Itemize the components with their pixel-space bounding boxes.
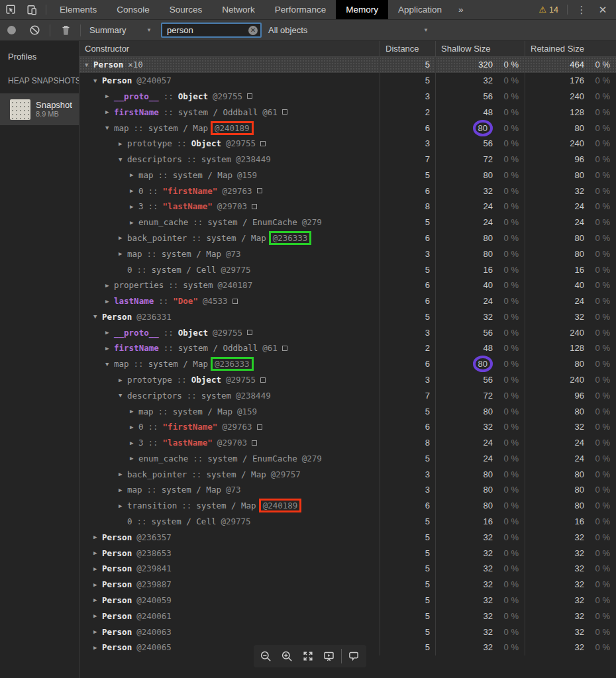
heap-row[interactable]: ▼Person@2400575320 %1760 % [79,73,616,89]
expand-arrow-icon[interactable]: ▼ [93,313,102,320]
comment-icon[interactable] [345,650,362,662]
expand-arrow-icon[interactable]: ▶ [93,597,102,603]
heap-row[interactable]: ▶__proto__::Object@297553560 %2400 % [79,324,616,340]
close-devtools-icon[interactable]: ✕ [592,0,613,19]
heap-row[interactable]: ▶Person@2400595320 %320 % [79,593,616,608]
expand-arrow-icon[interactable]: ▶ [119,487,127,493]
heap-row[interactable]: ▼Person@2363315320 %320 % [79,309,616,325]
heap-row[interactable]: ▶enum_cache::system / EnumCache@2795240 … [79,215,616,230]
warnings-badge[interactable]: ⚠ 14 [533,0,564,19]
expand-arrow-icon[interactable]: ▶ [130,408,138,414]
column-header-retained-size[interactable]: Retained Size [525,41,616,56]
expand-arrow-icon[interactable]: ▶ [130,440,138,446]
heap-row[interactable]: ▶Person@2398415320 %320 % [79,561,616,577]
delete-snapshot-icon[interactable] [61,24,71,36]
heap-row[interactable]: ▶back_pointer::system / Map@297573800 %8… [79,466,616,482]
tab-elements[interactable]: Elements [50,0,107,19]
expand-arrow-icon[interactable]: ▶ [119,377,127,383]
class-filter-input[interactable] [162,25,248,35]
expand-arrow-icon[interactable]: ▶ [105,345,114,352]
expand-arrow-icon[interactable]: ▶ [105,329,114,336]
heap-row[interactable]: ▼map::system / Map@2363336800 %800 % [79,356,616,372]
presentation-icon[interactable] [320,650,337,663]
heap-row[interactable]: ▶Person@2400635320 %320 % [79,624,616,640]
tab-console[interactable]: Console [107,0,160,19]
heap-row[interactable]: ▶3::"lastName"@297038240 %240 % [79,435,616,451]
more-tabs-button[interactable]: » [452,0,470,19]
expand-arrow-icon[interactable]: ▶ [119,140,127,147]
heap-row[interactable]: ▶Person@2386535320 %320 % [79,545,616,561]
tab-performance[interactable]: Performance [265,0,336,19]
heap-row[interactable]: ▼map::system / Map@2401896800 %800 % [79,120,616,136]
expand-arrow-icon[interactable]: ▼ [85,62,93,68]
record-heap-icon[interactable] [7,26,16,34]
expand-arrow-icon[interactable]: ▶ [105,282,114,289]
expand-arrow-icon[interactable]: ▼ [119,392,127,399]
expand-arrow-icon[interactable]: ▼ [119,156,127,163]
expand-arrow-icon[interactable]: ▼ [93,77,102,84]
expand-arrow-icon[interactable]: ▶ [119,250,127,257]
column-header-distance[interactable]: Distance [380,41,436,56]
expand-arrow-icon[interactable]: ▶ [93,644,102,651]
heap-row[interactable]: ▶map::system / Map@1595800 %800 % [79,167,616,183]
tab-sources[interactable]: Sources [160,0,213,19]
heap-row[interactable]: ▶prototype::Object@297553560 %2400 % [79,372,616,388]
heap-row[interactable]: ▼Person×1053200 %4640 % [79,57,616,73]
heap-row[interactable]: ▶firstName::system / Oddball@612480 %128… [79,104,616,120]
perspective-select[interactable]: Summary ▼ [89,25,156,35]
expand-arrow-icon[interactable]: ▶ [93,534,102,540]
zoom-out-icon[interactable] [258,650,275,663]
inspect-element-icon[interactable] [0,0,21,19]
expand-arrow-icon[interactable]: ▶ [119,471,127,477]
expand-arrow-icon[interactable]: ▶ [105,298,114,305]
heap-row[interactable]: ▶transition::system / Map@2401896800 %80… [79,498,616,514]
heap-row[interactable]: ▶back_pointer::system / Map@2363336800 %… [79,230,616,246]
heap-row[interactable]: ▶3::"lastName"@297038240 %240 % [79,199,616,215]
column-header-constructor[interactable]: Constructor [79,41,380,56]
heap-row[interactable]: ▼descriptors::system@2384497720 %960 % [79,152,616,168]
heap-row[interactable]: ▶0::"firstName"@297636320 %320 % [79,419,616,435]
expand-arrow-icon[interactable]: ▶ [93,565,102,572]
expand-arrow-icon[interactable]: ▶ [130,455,138,461]
heap-row[interactable]: ▼descriptors::system@2384497720 %960 % [79,387,616,403]
heap-row[interactable]: ▶enum_cache::system / EnumCache@2795240 … [79,451,616,467]
heap-row[interactable]: ▶firstName::system / Oddball@612480 %128… [79,340,616,356]
expand-arrow-icon[interactable]: ▶ [130,187,138,194]
expand-icon[interactable] [299,650,317,662]
clear-search-icon[interactable]: ✕ [248,26,258,35]
heap-row[interactable]: ▶properties::system@2401876400 %400 % [79,277,616,293]
clear-profiles-icon[interactable] [29,24,40,36]
heap-row[interactable]: ▶Person@2400615320 %320 % [79,608,616,624]
expand-arrow-icon[interactable]: ▶ [130,219,138,226]
device-toolbar-icon[interactable] [21,0,42,19]
heap-row[interactable]: ▶prototype::Object@297553560 %2400 % [79,136,616,152]
expand-arrow-icon[interactable]: ▶ [93,550,102,556]
expand-arrow-icon[interactable]: ▶ [119,234,127,241]
heap-row[interactable]: ▶map::system / Map@733800 %800 % [79,246,616,262]
expand-arrow-icon[interactable]: ▶ [105,93,114,99]
tab-memory[interactable]: Memory [336,0,388,19]
heap-row[interactable]: 0::system / Cell@297755160 %160 % [79,514,616,530]
heap-row[interactable]: 0::system / Cell@297755160 %160 % [79,262,616,277]
expand-arrow-icon[interactable]: ▶ [105,109,114,115]
tab-application[interactable]: Application [388,0,452,19]
heap-row[interactable]: ▶Person@2398875320 %320 % [79,577,616,593]
expand-arrow-icon[interactable]: ▶ [93,581,102,588]
zoom-in-icon[interactable] [278,650,295,663]
heap-row[interactable]: ▶map::system / Map@733800 %800 % [79,482,616,498]
expand-arrow-icon[interactable]: ▶ [130,171,138,178]
heap-row[interactable]: ▶lastName::"Doe"@45336240 %240 % [79,293,616,309]
heap-row[interactable]: ▶__proto__::Object@297553560 %2400 % [79,89,616,105]
heap-row[interactable]: ▶Person@2363575320 %320 % [79,529,616,545]
expand-arrow-icon[interactable]: ▶ [130,424,138,430]
expand-arrow-icon[interactable]: ▶ [119,503,127,509]
expand-arrow-icon[interactable]: ▶ [93,612,102,619]
tab-network[interactable]: Network [212,0,265,19]
devtools-menu-icon[interactable]: ⋮ [571,0,592,19]
heap-row[interactable]: ▶map::system / Map@1595800 %800 % [79,403,616,419]
object-filter-select[interactable]: All objects ▼ [268,25,434,35]
column-header-shallow-size[interactable]: Shallow Size [436,41,525,56]
expand-arrow-icon[interactable]: ▼ [105,361,114,367]
sidebar-item-snapshot[interactable]: Snapshot 8.9 MB [0,93,79,125]
expand-arrow-icon[interactable]: ▼ [105,124,114,131]
